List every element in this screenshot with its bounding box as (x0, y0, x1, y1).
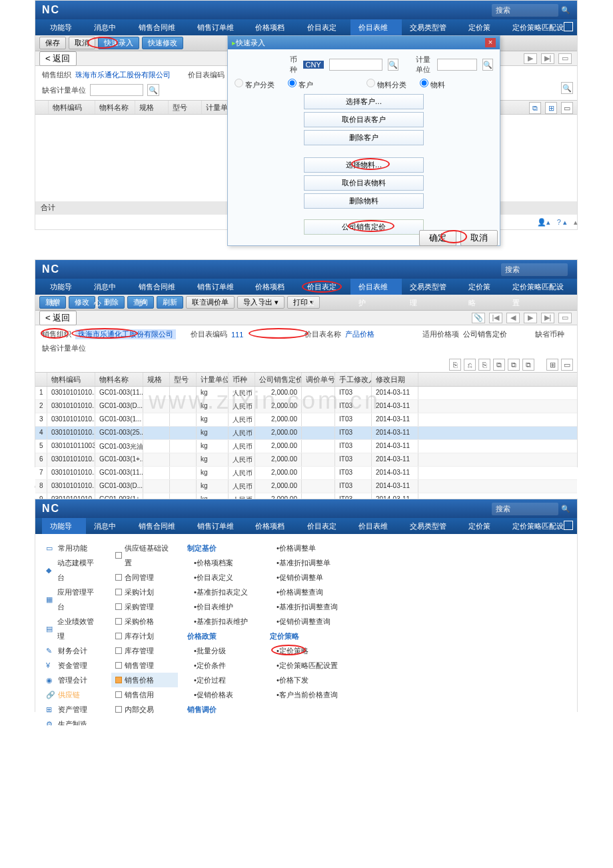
edit-button[interactable]: 修改 (69, 296, 95, 309)
search-icon[interactable]: 🔍 (561, 505, 570, 513)
cur-input[interactable] (329, 59, 382, 71)
grid-icon[interactable]: ⊞ (545, 102, 557, 114)
tab-func-nav[interactable]: 功能导航 (42, 518, 86, 534)
menu-item[interactable]: •基准折扣表定义 (187, 585, 261, 599)
nav-module[interactable]: ▦应用管理平台 (42, 585, 102, 614)
del-button[interactable]: 删除 (98, 296, 125, 309)
radio-cust[interactable]: 客户 (288, 79, 313, 90)
menu-item[interactable]: •基准折扣表维护 (187, 614, 261, 629)
table-row[interactable]: 303010101010...GC01-003(1...kg人民币2,000.0… (35, 413, 577, 427)
tool-icon-4[interactable]: ⧉ (493, 359, 505, 371)
table-row[interactable]: 703010101010...GC01-003(11...kg人民币2,000.… (35, 467, 577, 480)
uom-input[interactable] (90, 84, 143, 96)
window-icon[interactable]: ▭ (558, 53, 572, 64)
win-icon[interactable]: ▭ (561, 359, 573, 371)
tab-order[interactable]: 销售订单维护 (189, 279, 248, 295)
next-icon[interactable]: ▶ (524, 313, 537, 323)
tab-func-nav[interactable]: 功能导航 (42, 279, 86, 295)
menu-item[interactable]: •价目表维护 (187, 599, 261, 614)
next-icon[interactable]: ▶ (524, 53, 537, 64)
radio-mat[interactable]: 物料 (420, 79, 445, 90)
nav-module[interactable]: ¥资金管理 (42, 658, 102, 673)
get-cust-button[interactable]: 取价目表客户 (304, 112, 424, 127)
search-icon[interactable]: 🔍 (561, 6, 570, 15)
menu-item[interactable]: •定价过程 (187, 673, 261, 687)
tab-func-nav[interactable]: 功能导航 (42, 19, 86, 35)
tool-icon-2[interactable]: ⎌ (464, 359, 476, 371)
nav-sub[interactable]: 采购计划 (111, 585, 178, 599)
tool-icon-1[interactable]: ⎘ (449, 359, 461, 371)
tab-order[interactable]: 销售订单维护 (189, 19, 248, 35)
global-search[interactable]: 搜索 (501, 263, 568, 276)
tab-price-def[interactable]: 价目表定义 (299, 279, 350, 295)
tool-icon-6[interactable]: ⧉ (522, 359, 534, 371)
nav-module[interactable]: ⚙生产制造 (42, 717, 102, 725)
tab-msg[interactable]: 消息中心 (86, 518, 130, 534)
tab-price-item[interactable]: 价格项档案 (247, 19, 299, 35)
menu-item[interactable]: •价格调整单 (270, 541, 350, 555)
menu-item[interactable]: •客户当前价格查询 (270, 687, 350, 702)
cur-lookup-icon[interactable]: 🔍 (388, 59, 398, 71)
select-customer-button[interactable]: 选择客户… (304, 94, 424, 109)
last-icon[interactable]: ▶| (541, 53, 554, 64)
lookup-icon[interactable]: 🔍 (147, 84, 159, 96)
nav-module[interactable]: ▤企业绩效管理 (42, 614, 102, 643)
up-icon[interactable]: ▴ (574, 218, 578, 227)
menu-item[interactable]: •促销价调整单 (270, 570, 350, 585)
nav-sub[interactable]: 库存管理 (111, 643, 178, 658)
table-row[interactable]: 603010101010...GC01-003(1+...kg人民币2,000.… (35, 453, 577, 467)
menu-item[interactable]: •价目表定义 (187, 570, 261, 585)
last-icon[interactable]: ▶| (541, 313, 554, 323)
cur-value[interactable]: CNY (303, 61, 324, 69)
tab-pricing-match[interactable]: 定价策略匹配设置 (504, 279, 577, 295)
nav-sub[interactable]: 库存计划 (111, 629, 178, 643)
menu-item[interactable]: •促销价调整查询 (270, 614, 350, 629)
nav-sub[interactable]: 内部交易 (111, 702, 178, 717)
tab-price-item[interactable]: 价格项档案 (247, 518, 299, 534)
prev-icon[interactable]: ◀ (506, 313, 520, 323)
restore-icon[interactable] (564, 521, 573, 530)
menu-item[interactable]: •定价条件 (187, 658, 261, 673)
radio-mat-class[interactable]: 物料分类 (366, 79, 406, 90)
tab-txn-type[interactable]: 交易类型管理 (402, 19, 460, 35)
tab-price-maint[interactable]: 价目表维护 (350, 518, 402, 534)
menu-item[interactable]: •价格下发 (270, 673, 350, 687)
print-button[interactable]: 打印 ▾ (287, 296, 320, 309)
nav-module[interactable]: ✎财务会计 (42, 643, 102, 658)
tool-icon-3[interactable]: ⎘ (478, 359, 490, 371)
nav-module[interactable]: ◆动态建模平台 (42, 555, 102, 585)
menu-item[interactable]: •定价策略匹配设置 (270, 658, 350, 673)
table-row[interactable]: 203010101010...GC01-003(D...kg人民币2,000.0… (35, 400, 577, 413)
menu-item[interactable]: •定价策略 (270, 643, 350, 658)
uom-lookup-icon[interactable]: 🔍 (482, 59, 493, 71)
ok-button[interactable]: 确定 (419, 230, 456, 246)
get-mat-button[interactable]: 取价目表物料 (304, 175, 424, 191)
nav-sub[interactable]: 合同管理 (111, 570, 178, 585)
tab-price-def[interactable]: 价目表定义 (299, 19, 350, 35)
table-row[interactable]: 5030101011003GC01-003光油kg人民币2,000.00IT03… (35, 440, 577, 453)
nav-module[interactable]: ⊞资产管理 (42, 702, 102, 717)
tab-contract[interactable]: 销售合同维护 (131, 518, 189, 534)
select-material-button[interactable]: 选择物料… (304, 157, 424, 173)
nav-sub[interactable]: 销售价格 (111, 673, 178, 687)
del-mat-button[interactable]: 删除物料 (304, 193, 424, 209)
table-row[interactable]: 403010101010...GC01-003(25...kg人民币2,000.… (35, 427, 577, 440)
tab-pricing[interactable]: 定价策略 (460, 19, 504, 35)
menu-item[interactable]: •基准折扣调整单 (270, 555, 350, 570)
tab-price-def[interactable]: 价目表定义 (299, 518, 350, 534)
back-button[interactable]: < 返回 (39, 51, 77, 66)
cancel-dialog-button[interactable]: 取消 (460, 230, 498, 246)
tab-txn-type[interactable]: 交易类型管理 (402, 279, 460, 295)
tab-order[interactable]: 销售订单维护 (189, 518, 248, 534)
tab-contract[interactable]: 销售合同维护 (131, 279, 189, 295)
back-button[interactable]: < 返回 (39, 311, 77, 325)
nav-module[interactable]: ◉管理会计 (42, 673, 102, 687)
tab-txn-type[interactable]: 交易类型管理 (402, 518, 460, 534)
cancel-button[interactable]: 取消 (69, 37, 95, 49)
first-icon[interactable]: |◀ (489, 313, 502, 323)
radio-cust-class[interactable]: 客户分类 (235, 79, 275, 90)
nav-module[interactable]: 🔗供应链 (42, 687, 102, 702)
window-icon[interactable]: ▭ (558, 313, 572, 323)
tab-contract[interactable]: 销售合同维护 (131, 19, 189, 35)
uom-input2[interactable] (437, 59, 477, 71)
